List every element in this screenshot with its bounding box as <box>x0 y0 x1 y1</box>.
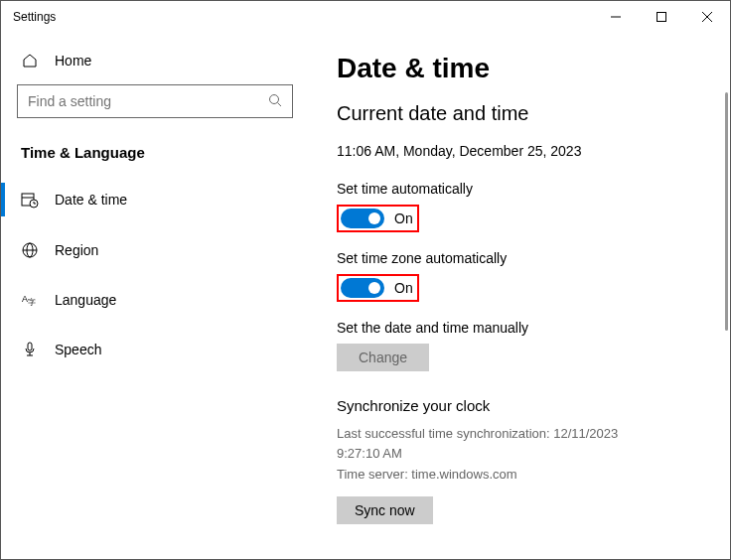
svg-point-4 <box>270 94 279 103</box>
sync-now-button[interactable]: Sync now <box>337 496 433 524</box>
set-time-auto-toggle[interactable] <box>341 209 384 228</box>
window-title: Settings <box>13 10 56 24</box>
svg-rect-16 <box>28 343 32 350</box>
sidebar-item-label: Speech <box>55 342 101 357</box>
home-icon <box>21 53 39 69</box>
manual-label: Set the date and time manually <box>337 320 702 336</box>
set-tz-auto-state: On <box>394 280 413 296</box>
svg-text:字: 字 <box>28 298 36 307</box>
calendar-clock-icon <box>21 191 39 209</box>
section-title: Time & Language <box>1 134 309 179</box>
svg-line-5 <box>278 102 282 106</box>
sync-heading: Synchronize your clock <box>337 397 702 414</box>
minimize-button[interactable] <box>593 1 639 33</box>
current-datetime: 11:06 AM, Monday, December 25, 2023 <box>337 143 702 159</box>
page-subtitle: Current date and time <box>337 102 702 125</box>
sync-last-text: Last successful time synchronization: 12… <box>337 424 655 463</box>
set-tz-auto-toggle[interactable] <box>341 278 384 298</box>
sidebar-item-label: Language <box>55 292 116 308</box>
page-title: Date & time <box>337 53 702 84</box>
home-label: Home <box>55 53 91 69</box>
svg-text:A: A <box>22 294 28 304</box>
main-content: Date & time Current date and time 11:06 … <box>309 33 730 559</box>
close-button[interactable] <box>684 1 730 33</box>
scrollbar[interactable] <box>725 92 728 331</box>
maximize-button[interactable] <box>639 1 684 33</box>
sidebar-item-label: Date & time <box>55 192 127 208</box>
change-button[interactable]: Change <box>337 344 429 371</box>
language-icon: A字 <box>21 292 39 308</box>
search-box[interactable] <box>17 84 293 118</box>
sidebar-item-date-time[interactable]: Date & time <box>1 179 309 220</box>
set-time-auto-state: On <box>394 210 413 226</box>
sync-server-text: Time server: time.windows.com <box>337 465 655 485</box>
settings-window: Settings Home <box>0 0 731 560</box>
set-time-auto-label: Set time automatically <box>337 181 702 197</box>
sidebar-item-speech[interactable]: Speech <box>1 330 309 369</box>
search-icon <box>268 93 282 110</box>
sidebar-item-label: Region <box>55 242 98 258</box>
sidebar-item-language[interactable]: A字 Language <box>1 280 309 320</box>
sidebar: Home Time & Language Date & time <box>1 33 309 559</box>
search-input[interactable] <box>28 93 268 109</box>
window-controls <box>593 1 730 33</box>
home-nav[interactable]: Home <box>1 45 309 76</box>
titlebar: Settings <box>1 1 730 33</box>
set-tz-auto-label: Set time zone automatically <box>337 250 702 266</box>
highlight-box: On <box>337 205 419 232</box>
highlight-box: On <box>337 274 419 302</box>
microphone-icon <box>21 342 39 357</box>
svg-rect-1 <box>658 13 666 22</box>
globe-icon <box>21 242 39 258</box>
sidebar-item-region[interactable]: Region <box>1 230 309 270</box>
